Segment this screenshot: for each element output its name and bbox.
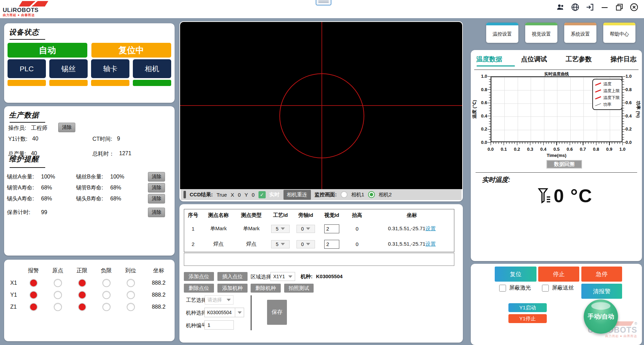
temp-control-settings-card[interactable]: 温控设置 [486, 23, 518, 43]
chevron-down-icon [306, 243, 310, 245]
maintenance-clear-button[interactable]: 清除 [148, 172, 165, 182]
chevron-down-icon [306, 227, 310, 230]
y1-start-button[interactable]: Y1启动 [508, 303, 547, 312]
add-model-button[interactable]: 添加机种 [217, 284, 248, 293]
craft-select[interactable]: 请选择 [205, 295, 233, 305]
model-select[interactable]: K03005504 [204, 308, 244, 317]
mask-wire-label: 屏蔽送丝 [552, 284, 574, 292]
point-lift: 0 [345, 226, 369, 232]
point-number: 2 [184, 241, 202, 247]
y1-stop-button[interactable]: Y1停止 [508, 314, 547, 323]
negative-limit-led [102, 291, 111, 299]
delete-point-button[interactable]: 删除点位 [184, 284, 214, 293]
tab-temperature-data[interactable]: 温度数据 [476, 55, 502, 64]
x-axis-tick-labels: 0.00.10.20.30.40.50.60.70.80.91.0 [491, 147, 622, 152]
points-header-cell: 旁轴Id [293, 212, 318, 219]
module-button[interactable]: 轴卡 [91, 59, 129, 78]
maintenance-label-a: 保养计时: [7, 209, 41, 216]
points-empty-area [184, 253, 454, 266]
device-status-panel: 设备状态 自动 复位中 PLC 锡丝 轴卡 [4, 23, 175, 103]
mask-laser-checkbox[interactable] [499, 285, 506, 292]
stat-label: Y1计数: [8, 136, 27, 143]
camera1-label: 相机1 [351, 192, 364, 198]
globe-icon[interactable] [571, 3, 580, 12]
camera1-radio[interactable] [341, 191, 348, 198]
maintenance-value-b: 100% [110, 174, 148, 180]
module-status-bar [133, 80, 171, 86]
craft-id-select[interactable]: 5 [271, 240, 290, 248]
chevron-down-icon [227, 299, 231, 301]
manual-auto-toggle-button[interactable]: 手动/自动 [584, 299, 618, 334]
vision-id-input[interactable] [324, 240, 339, 249]
axes-header-cell: 正限 [70, 267, 94, 274]
tab-operation-log[interactable]: 操作日志 [610, 55, 636, 64]
operator-clear-button[interactable]: 清除 [58, 123, 75, 132]
auto-mode-button[interactable]: 自动 [8, 43, 87, 58]
help-center-card[interactable]: 帮助中心 [603, 23, 635, 43]
maintenance-clear-button[interactable]: 清除 [148, 194, 165, 204]
stop-button[interactable]: 停止 [538, 267, 579, 282]
tab-point-debug[interactable]: 点位调试 [521, 55, 547, 64]
side-axis-id-select[interactable]: 0 [296, 240, 315, 248]
ccd-result-bar: CCD结果: True X 0 Y 0 ✓ 实时 相机重连 监控画面: 相机1 … [181, 189, 462, 200]
axes-header-cell: 报警 [21, 267, 46, 274]
realtime-checkbox[interactable]: ✓ [258, 191, 266, 198]
tab-craft-params[interactable]: 工艺参数 [566, 55, 592, 64]
axes-header-cell: 原点 [46, 267, 70, 274]
origin-led [54, 279, 62, 287]
module-button[interactable]: 相机 [133, 59, 171, 78]
resetting-status-button[interactable]: 复位中 [91, 43, 171, 58]
data-backtrack-button[interactable]: 数据回溯 [546, 160, 582, 169]
maintenance-clear-button[interactable]: 清除 [148, 183, 165, 193]
maintenance-value-a: 68% [41, 185, 76, 191]
title-underline [10, 167, 45, 168]
mask-wire-checkbox[interactable] [542, 285, 549, 292]
ccd-y-label: Y [244, 192, 248, 198]
system-settings-card[interactable]: 系统设置 [564, 23, 596, 43]
axis-status-row: X1 888.2 [4, 277, 175, 289]
restore-icon[interactable] [615, 3, 624, 12]
stat-value: 1271 [119, 150, 131, 158]
y-tick-label: 0.0 [626, 140, 637, 145]
module-button[interactable]: PLC [8, 59, 46, 78]
emergency-stop-button[interactable]: 急停 [581, 267, 622, 282]
device-status-title: 设备状态 [9, 27, 39, 37]
module-button[interactable]: 锡丝 [49, 59, 88, 78]
maintenance-row: 锡管A寿命: 68% 锡管B寿命: 68% 清除 [7, 183, 172, 192]
side-axis-id-select[interactable]: 0 [296, 225, 315, 233]
in-place-led [127, 291, 135, 299]
maintenance-value-b: 68% [110, 185, 148, 191]
exit-icon[interactable] [585, 3, 594, 12]
reset-button[interactable]: 复位 [495, 267, 536, 282]
vision-settings-card[interactable]: 视觉设置 [525, 23, 557, 43]
save-button[interactable]: 保存 [267, 300, 287, 325]
area-select[interactable]: X1Y1 [270, 272, 295, 281]
users-icon[interactable] [556, 3, 565, 12]
clear-alarm-button[interactable]: 清报警 [581, 284, 622, 299]
insert-point-button[interactable]: 插入点位 [217, 272, 248, 281]
maintenance-value-a: 99 [41, 209, 76, 215]
left-axis-label: 温度 (℃) [471, 100, 478, 119]
craft-id-select[interactable]: 5 [271, 225, 290, 233]
grip-icon [184, 191, 186, 198]
close-icon[interactable] [630, 3, 639, 12]
set-coordinate-link[interactable]: 设置 [426, 241, 436, 247]
minimize-icon[interactable] [600, 3, 609, 12]
card-color-bar [486, 23, 518, 25]
camera2-radio[interactable] [368, 191, 375, 198]
model-number-input[interactable] [204, 320, 234, 330]
module-status-bar [49, 80, 88, 86]
camera-reconnect-button[interactable]: 相机重连 [283, 190, 311, 200]
maintenance-row: 锡丝A余量: 100% 锡丝B余量: 100% 清除 [7, 172, 172, 181]
maintenance-clear-button[interactable]: 清除 [148, 208, 165, 217]
photo-test-button[interactable]: 拍照测试 [284, 284, 314, 293]
window-handle-widget[interactable] [316, 0, 331, 5]
positive-limit-led [78, 291, 86, 299]
point-name: 焊点 [202, 241, 235, 247]
delete-model-button[interactable]: 删除机种 [251, 284, 281, 293]
vision-id-input[interactable] [324, 224, 339, 233]
set-coordinate-link[interactable]: 设置 [426, 225, 436, 231]
point-name: 单Mark [202, 225, 235, 232]
logo-tagline: 由力而起 ● 由善而达 [3, 13, 64, 17]
add-point-button[interactable]: 添加点位 [184, 272, 214, 281]
